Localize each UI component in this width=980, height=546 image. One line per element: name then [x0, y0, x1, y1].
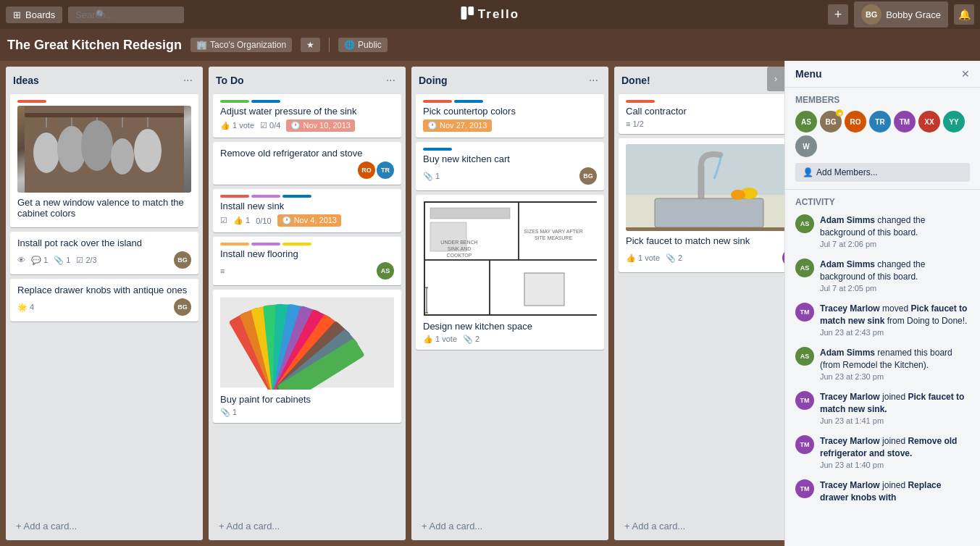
label-red	[17, 100, 46, 103]
menu-panel: Menu ✕ Members AS BG ★ RO TR TM XX YY W …	[784, 61, 980, 546]
member-avatar-tm[interactable]: TM	[894, 111, 916, 133]
svg-point-9	[33, 133, 59, 173]
label-blue	[251, 100, 280, 103]
card-labels	[220, 100, 394, 103]
trello-icon	[461, 7, 474, 23]
activity-avatar: TM	[795, 391, 814, 410]
user-name: Bobby Grace	[886, 9, 941, 20]
svg-rect-33	[430, 208, 510, 219]
badge-checklist: ☑ 0/4	[260, 121, 280, 130]
list-menu-button-doing[interactable]: ···	[586, 72, 601, 88]
add-card-button-ideas[interactable]: + Add a card...	[10, 516, 198, 536]
badge-attachments: 📎 1	[54, 256, 70, 265]
svg-point-11	[81, 120, 113, 171]
star-button[interactable]: ★	[301, 38, 320, 52]
card-kitchen-cart[interactable]: Buy new kitchen cart 📎 1 BG	[416, 142, 604, 190]
card-title: Call contractor	[626, 106, 800, 117]
card-pick-faucet[interactable]: Pick faucet to match new sink 👍 1 vote 📎…	[619, 138, 807, 272]
svg-text:SINK AND: SINK AND	[448, 246, 472, 251]
activity-time: Jul 7 at 2:05 pm	[820, 283, 970, 294]
add-card-button-done[interactable]: + Add a card...	[619, 516, 807, 536]
card-install-flooring[interactable]: Install new flooring ≡ AS	[213, 237, 401, 285]
member-avatar-yy[interactable]: YY	[943, 111, 965, 133]
card-footer: 👍 1 vote ☑ 0/4 🕐 Nov 10, 2013	[220, 119, 394, 132]
svg-rect-3	[25, 113, 184, 117]
card-countertop-colors[interactable]: Pick countertop colors 🕐 Nov 27, 2013	[416, 94, 604, 138]
avatar: BG	[861, 4, 881, 25]
card-labels	[220, 195, 394, 198]
label-purple	[251, 195, 280, 198]
member-avatar-ro[interactable]: RO	[845, 111, 866, 133]
card-pot-rack[interactable]: Install pot rack over the island 👁 💬 1 📎…	[10, 232, 198, 274]
card-window-valence[interactable]: Get a new window valence to match the ca…	[10, 94, 198, 227]
card-footer: ☑ 👍 1 0/10 🕐 Nov 4, 2013	[220, 214, 394, 227]
member-avatar-xx[interactable]: XX	[918, 111, 940, 133]
grid-icon: ⊞	[13, 9, 21, 20]
menu-close-button[interactable]: ✕	[961, 68, 970, 80]
members-section: Members AS BG ★ RO TR TM XX YY W 👤 Add M…	[785, 88, 980, 190]
add-card-button-doing[interactable]: + Add a card...	[416, 516, 604, 536]
activity-text: Tracey Marlow joined Replace drawer knob…	[820, 479, 970, 504]
members-row: AS BG ★ RO TR TM XX YY W	[795, 111, 970, 157]
search-input[interactable]	[68, 7, 184, 23]
svg-text:SITE MEASURE: SITE MEASURE	[535, 235, 572, 240]
card-drawer-knobs[interactable]: Replace drawer knobs with antique ones 🌟…	[10, 279, 198, 322]
list-title-ideas: Ideas	[13, 75, 39, 86]
card-footer: 🕐 Nov 27, 2013	[423, 119, 597, 132]
floorplan-illustration: UNDER BENCH SINK AND COOKTOP SIZES MAY V…	[423, 201, 597, 316]
add-button[interactable]: +	[828, 4, 848, 25]
activity-item-4: AS Adam Simms renamed this board (from R…	[795, 347, 970, 382]
member-avatar-tr[interactable]: TR	[869, 111, 891, 133]
add-card-button-todo[interactable]: + Add a card...	[213, 516, 401, 536]
svg-point-13	[134, 129, 162, 172]
activity-avatar: AS	[795, 214, 814, 233]
activity-time: Jun 23 at 2:43 pm	[820, 327, 970, 338]
activity-item-3: TM Tracey Marlow moved Pick faucet to ma…	[795, 303, 970, 338]
list-header-todo: To Do ···	[209, 67, 406, 94]
card-avatar: BG	[174, 298, 191, 316]
activity-item-7: TM Tracey Marlow joined Replace drawer k…	[795, 479, 970, 504]
svg-rect-48	[698, 166, 704, 198]
card-install-sink[interactable]: Install new sink ☑ 👍 1 0/10 🕐 Nov 4, 201…	[213, 189, 401, 232]
card-buy-paint[interactable]: Buy paint for cabinets 📎 1	[213, 290, 401, 423]
paint-swatches-illustration	[220, 295, 394, 390]
building-icon: 🏢	[196, 40, 207, 50]
label-purple	[251, 243, 280, 245]
user-menu-button[interactable]: BG Bobby Grace	[854, 1, 948, 28]
badge-attachments: 📎 1	[220, 408, 237, 417]
card-footer: 🌟 4 BG	[17, 298, 191, 316]
card-call-contractor[interactable]: Call contractor ≡ 1/2	[619, 94, 807, 134]
kitchen-sink-illustration	[626, 144, 792, 231]
list-cards-ideas: Get a new window valence to match the ca…	[6, 94, 203, 516]
badge-watching: 👁	[17, 256, 25, 264]
activity-avatar: AS	[795, 259, 814, 277]
list-menu-button-ideas[interactable]: ···	[180, 72, 196, 88]
list-cards-todo: Adjust water pressure of the sink 👍 1 vo…	[209, 94, 406, 516]
member-avatar-w[interactable]: W	[795, 135, 817, 157]
boards-button[interactable]: ⊞ Boards	[6, 7, 62, 23]
svg-text:SIZES MAY VARY AFTER: SIZES MAY VARY AFTER	[524, 229, 582, 234]
list-menu-button-todo[interactable]: ···	[383, 72, 398, 88]
visibility-button[interactable]: 🌐 Public	[338, 38, 388, 52]
board-title[interactable]: The Great Kitchen Redesign	[7, 38, 182, 53]
card-labels	[423, 148, 597, 151]
activity-avatar: TM	[795, 479, 814, 498]
list-title-doing: Doing	[419, 75, 448, 86]
list-cards-doing: Pick countertop colors 🕐 Nov 27, 2013 Bu…	[411, 94, 608, 516]
toggle-panel-button[interactable]: ›	[767, 67, 784, 91]
org-button[interactable]: 🏢 Taco's Organization	[190, 38, 292, 52]
notification-button[interactable]: 🔔	[954, 4, 974, 25]
member-avatar-as[interactable]: AS	[795, 111, 817, 133]
activity-title: Activity	[795, 197, 970, 207]
badge-checklist: 0/10	[256, 217, 271, 225]
card-design-kitchen[interactable]: UNDER BENCH SINK AND COOKTOP SIZES MAY V…	[416, 195, 604, 350]
card-water-pressure[interactable]: Adjust water pressure of the sink 👍 1 vo…	[213, 94, 401, 138]
card-remove-fridge[interactable]: Remove old refrigerator and stove RO TR	[213, 142, 401, 185]
badge-date: 🕐 Nov 10, 2013	[286, 119, 355, 132]
badge-stickers: 🌟 4	[17, 303, 34, 312]
card-footer: ≡ AS	[220, 262, 394, 280]
list-ideas: Ideas ···	[6, 67, 203, 540]
add-members-button[interactable]: 👤 Add Members...	[795, 163, 970, 182]
member-avatar-bg[interactable]: BG ★	[820, 111, 842, 133]
card-footer: 👍 1 vote 📎 2 TM	[626, 249, 800, 266]
